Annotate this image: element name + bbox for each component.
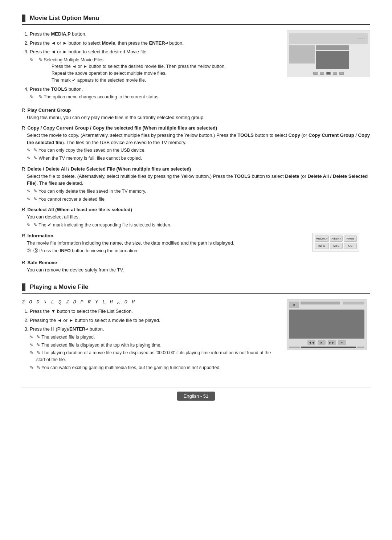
step-4: Press the TOOLS button. ✎ The option men…	[30, 86, 279, 101]
ctrl-ff: ►►	[328, 340, 336, 345]
remote-btn-cc: CC	[344, 243, 357, 249]
dot5	[339, 72, 344, 75]
movie-label: Movie	[102, 40, 115, 46]
ctrl-play: ►	[318, 340, 326, 345]
note-copy1: ✎ You can only copy the files saved on t…	[27, 147, 370, 154]
dot1	[313, 72, 318, 75]
r-play-title: R Play Current Group	[22, 107, 370, 113]
screenshot-top: • • • •	[289, 33, 368, 44]
section1-title: Movie List Option Menu	[22, 15, 370, 25]
ctrl-rewind: ◄◄	[307, 340, 315, 345]
section1: Movie List Option Menu Press the MEDIA.P…	[22, 15, 370, 273]
playing-img-main	[289, 310, 364, 339]
playing-img-top: ↺	[289, 302, 364, 308]
step-1: Press the MEDIA.P button.	[30, 30, 279, 38]
step-3: Press the ◄ or ► button to select the de…	[30, 48, 279, 84]
remote-btn-page: PAGE	[344, 236, 357, 242]
note-play3: ✎ The playing duration of a movie file m…	[30, 349, 279, 363]
r-delete-body: Select the file to delete. (Alternativel…	[22, 173, 370, 203]
playing-img-icon: ↺	[289, 302, 299, 308]
note-info: ⓪ Press the INFO button to viewing the i…	[27, 248, 305, 254]
play-step-1: Press the ▼ button to select the File Li…	[30, 308, 279, 315]
r-play-current-group: R Play Current Group Using this menu, yo…	[22, 107, 370, 121]
r-info-body: The movie file information including the…	[22, 240, 305, 254]
remote-btn-mts: MTS	[330, 243, 343, 249]
r-safe-title: R Safe Remove	[22, 260, 370, 265]
section2-text-area: 3 O D \ L Q J D P R Y L H ¿ O H Press th…	[22, 299, 279, 373]
r-deselect-title: R Deselect All (When at least one file i…	[22, 207, 370, 212]
note-delete1: ✎ You can only delete the files saved in…	[27, 188, 370, 195]
r-copy-group: R Copy / Copy Current Group / Copy the s…	[22, 125, 370, 162]
tools-label: TOOLS	[51, 86, 68, 92]
remote-btn-info: INFO	[315, 243, 329, 249]
r-information: R Information The movie file information…	[22, 233, 370, 255]
section2-steps: Press the ▼ button to select the File Li…	[22, 308, 279, 371]
note-copy2: ✎ When the TV memory is full, files cann…	[27, 155, 370, 162]
play-step-2: Pressing the ◄ or ► button to select a m…	[30, 317, 279, 324]
footer-text: English - 51	[184, 393, 209, 399]
note-selecting: ✎ Selecting Multiple Movie Files Press t…	[30, 57, 279, 84]
playing-subsection-label: 3 O D \ L Q J D P R Y L H ¿ O H	[22, 299, 279, 305]
r-play-body: Using this menu, you can only play movie…	[22, 114, 370, 121]
footer: English - 51	[22, 388, 370, 401]
note-selecting-lines: Press the ◄ or ► button to select the de…	[38, 63, 279, 83]
dot2	[320, 72, 324, 75]
ctrl-return: ↩	[338, 340, 346, 345]
progress-time	[357, 347, 364, 348]
dot3	[326, 72, 331, 75]
progress-label	[289, 347, 300, 348]
remote-btn-mediap: MEDIA.P	[315, 236, 329, 242]
r-copy-body: Select the movie to copy. (Alternatively…	[22, 132, 370, 162]
remote-btn-ntent: NTENT	[330, 236, 343, 242]
r-safe-body: You can remove the device safely from th…	[22, 266, 370, 274]
r-safe-remove: R Safe Remove You can remove the device …	[22, 260, 370, 274]
play-step-3: Press the H (Play)/ENTER↵ button. ✎ The …	[30, 326, 279, 371]
note-deselect: ✎ The ✔ mark indicating the correspondin…	[27, 222, 370, 229]
note-tools: ✎ The option menu changes according to t…	[30, 94, 279, 101]
remote-image-area: MEDIA.P NTENT PAGE INFO MTS CC	[312, 233, 370, 254]
thumb1	[289, 45, 315, 64]
r-info-title: R Information	[22, 233, 305, 238]
remote-buttons: MEDIA.P NTENT PAGE INFO MTS CC	[312, 233, 359, 251]
r-delete-title: R Delete / Delete All / Delete Selected …	[22, 166, 370, 172]
section2-title: Playing a Movie File	[22, 283, 370, 294]
playing-controls: ◄◄ ► ►► ↩	[289, 340, 364, 345]
r-delete-group: R Delete / Delete All / Delete Selected …	[22, 166, 370, 203]
section1-title-text: Movie List Option Menu	[30, 15, 99, 22]
note-delete2: ✎ You cannot recover a deleted file.	[27, 196, 370, 203]
dot4	[333, 72, 337, 75]
section1-image: • • • •	[287, 30, 370, 102]
section1-text-area: Press the MEDIA.P button. Press the ◄ or…	[22, 30, 279, 102]
note-play2: ✎ The selected file is displayed at the …	[30, 342, 279, 349]
enter-label: ENTER↵	[149, 40, 168, 46]
section1-steps: Press the MEDIA.P button. Press the ◄ or…	[22, 30, 279, 101]
r-copy-title: R Copy / Copy Current Group / Copy the s…	[22, 125, 370, 131]
note-play4: ✎ You can watch exciting gaming multimed…	[30, 364, 279, 371]
footer-badge: English - 51	[177, 392, 215, 401]
note-play1: ✎ The selected file is played.	[30, 334, 279, 341]
section2-image: ↺ ◄◄ ► ►► ↩	[287, 299, 370, 373]
r-deselect-all: R Deselect All (When at least one file i…	[22, 207, 370, 228]
progress-bar	[301, 347, 356, 348]
movie-list-screenshot: • • • •	[287, 30, 370, 77]
progress-bar-area	[289, 347, 364, 348]
section2: Playing a Movie File 3 O D \ L Q J D P R…	[22, 283, 370, 373]
r-deselect-body: You can deselect all files. ✎ The ✔ mark…	[22, 213, 370, 228]
playing-img-title	[301, 302, 340, 304]
section2-title-text: Playing a Movie File	[30, 283, 89, 291]
playing-screenshot: ↺ ◄◄ ► ►► ↩	[287, 299, 367, 350]
step-2: Press the ◄ or ► button to select Movie,…	[30, 40, 279, 47]
mediap-label: MEDIA.P	[51, 31, 71, 37]
